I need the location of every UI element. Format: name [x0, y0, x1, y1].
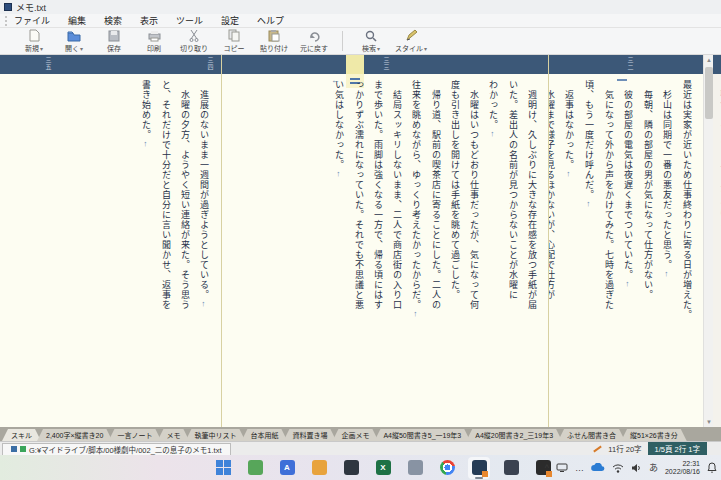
scrollbar-thumb[interactable] — [705, 67, 713, 119]
display-app-icon[interactable] — [500, 457, 522, 479]
doc-tab-スキル[interactable]: スキル — [2, 429, 41, 441]
toolbar-button-開く[interactable]: 開く▾ — [54, 28, 94, 54]
toolbar-button-検索[interactable]: 検索▾ — [351, 28, 391, 54]
active-file-tab[interactable]: G:¥マイドライブ/脚本/00様劇中/002_二の息子のメモ1.txt — [2, 443, 231, 455]
menu-item-ツール[interactable]: ツール — [176, 14, 203, 27]
dropdown-arrow-icon[interactable]: ▾ — [377, 46, 380, 52]
page-right[interactable]: 最近は実家が近いため仕事終わりに寄る日が増えた。 杉山は同期で一番の悪友だったと… — [549, 55, 703, 427]
mail-app-icon[interactable] — [244, 457, 266, 479]
app-icon-glyph: A — [280, 460, 295, 475]
app-icon — [4, 3, 12, 11]
page-middle[interactable]: 週明け、久しぶりに大きな存在感を放つ手紙が届いた。差出人の名前が見つからないこと… — [222, 55, 548, 427]
doc-tab-A4縦50間書き5_一19年3[interactable]: A4縦50間書き5_一19年3 — [374, 429, 470, 441]
menu-item-ヘルプ[interactable]: ヘルプ — [257, 14, 284, 27]
undo-icon — [308, 29, 321, 42]
doc-tab-ふせん間書き合[interactable]: ふせん間書き合 — [558, 429, 625, 441]
doc-tab-メモ[interactable]: メモ — [157, 429, 189, 441]
toolbar-button-貼り付け[interactable]: 貼り付け — [254, 28, 294, 54]
text-column: 毎朝、隣の部屋の男が気になって仕方がない。 — [638, 80, 657, 421]
taskbar: AX ^ … あ 22:31 2022/08/16 — [0, 455, 721, 480]
menu-item-検索[interactable]: 検索 — [104, 14, 122, 27]
app-icon-glyph — [344, 460, 359, 475]
toolbar-button-コピー[interactable]: コピー — [214, 28, 254, 54]
text-column: 杉山は同期で一番の悪友だったと思う。← — [657, 80, 677, 421]
document-tab-bar: スキル2,400字×縦書き20一言ノートメモ執筆中リスト台本用紙資料置き場企画メ… — [0, 427, 721, 441]
style-pen-icon — [405, 29, 417, 42]
file-path: G:¥マイドライブ/脚本/00様劇中/002_二の息子のメモ1.txt — [29, 444, 222, 455]
onedrive-cloud-icon[interactable] — [591, 463, 605, 472]
text-column: 結局スッキリしないまま、二人で商店街の入り口 — [387, 80, 406, 421]
browser-app-icon[interactable]: A — [276, 457, 298, 479]
text-column: わかった。← — [483, 80, 503, 421]
background-window-edge[interactable]: 締切まであと二日がんばる — [713, 55, 721, 427]
dropdown-arrow-icon[interactable]: ▾ — [40, 46, 43, 52]
tray-ellipsis-icon[interactable]: … — [575, 463, 584, 473]
toolbar-button-スタイル[interactable]: スタイル▾ — [391, 28, 431, 54]
toolbar-button-元に戻す[interactable]: 元に戻す — [294, 28, 334, 54]
window-titlebar: メモ.txt — [0, 0, 721, 14]
app-icon-glyph — [408, 460, 423, 475]
page-text: 進展のないまま一週間が過ぎようとしている。← 水曜の夕方、ようやく短い連絡が来た… — [0, 80, 214, 421]
notification-bell-icon[interactable] — [707, 462, 717, 473]
text-column: と、それだけで十分だと自分に言い聞かせ、返事を — [156, 80, 175, 421]
page-left[interactable]: 進展のないまま一週間が過ぎようとしている。← 水曜の夕方、ようやく短い連絡が来た… — [0, 55, 221, 427]
toolbar-button-label: 貼り付け — [260, 43, 288, 53]
toolbar-separator — [342, 31, 343, 51]
chrome-icon[interactable] — [436, 457, 458, 479]
doc-tab-台本用紙[interactable]: 台本用紙 — [241, 429, 287, 441]
toolbar-button-保存[interactable]: 保存 — [94, 28, 134, 54]
menu-item-設定[interactable]: 設定 — [221, 14, 239, 27]
text-column: いた。差出人の名前が見つからないことが水曜に — [503, 80, 522, 421]
doc-tab-資料置き場[interactable]: 資料置き場 — [283, 429, 336, 441]
toolbar: 新規▾開く▾保存印刷切り取りコピー貼り付け元に戻す検索▾スタイル▾ — [0, 28, 721, 55]
photos-app-icon[interactable] — [340, 457, 362, 479]
doc-tab-2,400字×縦書き20[interactable]: 2,400字×縦書き20 — [37, 429, 112, 441]
start-icon[interactable] — [212, 457, 234, 479]
caret-position-badge: 1/5頁 2行 1字 — [648, 442, 707, 455]
toolbar-gripper[interactable] — [5, 16, 8, 26]
tray-chevron-icon[interactable]: ^ — [545, 463, 549, 473]
page-text: 週明け、久しぶりに大きな存在感を放つ手紙が届いた。差出人の名前が見つからないこと… — [222, 80, 541, 421]
wifi-icon[interactable] — [612, 463, 624, 473]
sync-status-icon — [20, 446, 26, 452]
document-area[interactable]: 三五三四三三三二 ← 進展のないまま一週間が過ぎようとしている。← 水曜の夕方、… — [0, 55, 703, 427]
page-divider — [221, 55, 222, 427]
open-folder-icon — [67, 29, 81, 42]
doc-tab-縦51×26書き分[interactable]: 縦51×26書き分 — [621, 429, 687, 441]
folder-icon[interactable] — [308, 457, 330, 479]
text-column: 気になって外から声をかけてみた。七時を過ぎた — [599, 80, 618, 421]
newline-arrow-icon: ← — [624, 280, 633, 288]
toolbar-button-切り取り[interactable]: 切り取り — [174, 28, 214, 54]
menu-item-ファイル[interactable]: ファイル — [14, 14, 50, 27]
monitor-icon[interactable] — [556, 463, 568, 473]
doc-tab-企画メモ[interactable]: 企画メモ — [332, 429, 378, 441]
text-column: 水曜の夕方、ようやく短い連絡が来た。そう思う — [175, 80, 194, 421]
taskbar-tray: ^ … あ 22:31 2022/08/16 — [545, 455, 717, 480]
text-column: 彼の部屋の電気は夜遅くまでついていた。← — [618, 80, 638, 421]
new-document-icon — [28, 29, 40, 42]
chrome-icon-glyph — [440, 460, 455, 475]
text-column: 週明け、久しぶりに大きな存在感を放つ手紙が届 — [522, 80, 541, 421]
paste-icon — [268, 29, 280, 42]
toolbar-button-新規[interactable]: 新規▾ — [14, 28, 54, 54]
toolbar-button-印刷[interactable]: 印刷 — [134, 28, 174, 54]
vertical-scrollbar[interactable]: ▲ ▼ — [703, 55, 713, 427]
settings-app-icon[interactable] — [404, 457, 426, 479]
text-column: 往来を眺めながら、ゆっくり考えたかったからだ。← — [406, 80, 426, 421]
tray-clock[interactable]: 22:31 2022/08/16 — [665, 460, 700, 476]
editor-app-icon[interactable] — [468, 457, 490, 479]
doc-tab-執筆中リスト[interactable]: 執筆中リスト — [185, 429, 245, 441]
save-icon — [108, 29, 120, 42]
dropdown-arrow-icon[interactable]: ▾ — [424, 46, 427, 52]
menu-item-編集[interactable]: 編集 — [68, 14, 86, 27]
toolbar-button-label: 検索▾ — [362, 43, 380, 53]
text-column: 水曜はいつもどおり仕事だったが、気になって何 — [464, 80, 483, 421]
doc-tab-一言ノート[interactable]: 一言ノート — [108, 429, 161, 441]
excel-icon[interactable]: X — [372, 457, 394, 479]
dropdown-arrow-icon[interactable]: ▾ — [80, 46, 83, 52]
volume-icon[interactable] — [631, 463, 642, 473]
menu-item-表示[interactable]: 表示 — [140, 14, 158, 27]
text-column: 水曜まで様子を見るほかないが、心配で仕方が — [549, 80, 559, 421]
doc-tab-A4縦20間書き2_三19年3[interactable]: A4縦20間書き2_三19年3 — [466, 429, 562, 441]
ime-mode-badge[interactable]: あ — [649, 461, 658, 474]
